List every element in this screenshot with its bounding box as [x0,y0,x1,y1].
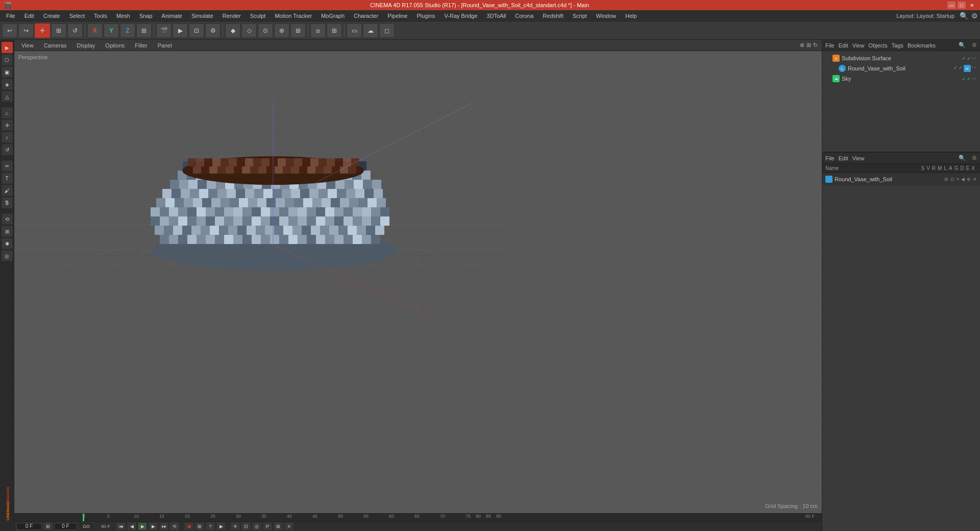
menu-window[interactable]: Window [592,12,620,20]
tl-go-button[interactable]: GO [79,522,94,530]
undo-button[interactable]: ↩ [2,23,17,38]
prev-frame-button[interactable]: ◀ [127,522,136,530]
timeline-ruler[interactable]: 0 5 10 15 20 25 30 35 40 45 50 55 60 65 … [14,514,822,522]
mat-ctrl-2[interactable]: ⊡ [950,177,954,182]
tl-extra-4[interactable]: P [263,522,272,530]
mat-item-vase[interactable]: Round_Vase_with_Soil ⊞ ⊡ ≡ ◀ ⊕ ✕ [822,173,980,185]
obj-menu-bookmarks[interactable]: Bookmarks [908,42,936,49]
obj-menu-objects[interactable]: Objects [868,42,887,49]
menu-mesh[interactable]: Mesh [112,12,134,20]
key-sel-button[interactable]: ? [206,522,215,530]
auto-key-button[interactable]: ⊞ [195,522,204,530]
menu-script[interactable]: Script [569,12,591,20]
viewport-icon-3[interactable]: ↻ [813,42,818,49]
obj-sky-visible[interactable]: ✓ [962,76,966,82]
maximize-button[interactable]: □ [958,2,966,9]
next-frame-button[interactable]: ▶ [149,522,158,530]
sky-button[interactable]: ☁ [363,23,378,38]
display-tab[interactable]: Display [74,41,98,50]
menu-select[interactable]: Select [65,12,89,20]
scale-tool-button[interactable]: ↕ [2,132,13,143]
menu-vray[interactable]: V-Ray Bridge [440,12,482,20]
cameras-tab[interactable]: Cameras [41,41,70,50]
render-settings-button[interactable]: ⚙ [205,23,220,38]
mat-menu-file[interactable]: File [825,155,835,161]
tl-extra-6[interactable]: ≡ [284,522,293,530]
mesh-button[interactable]: ▣ [2,66,13,78]
smart-sel-button[interactable]: ◎ [2,250,13,261]
live-select-button[interactable]: ⌂ [2,107,13,118]
tl-start-button[interactable]: ⊞ [43,522,53,530]
paint-button[interactable]: 🖌 [2,185,13,196]
settings-icon[interactable]: ⚙ [971,12,978,20]
poly-pen-button[interactable]: △ [2,91,13,102]
model-button[interactable]: ⬡ [2,54,13,65]
viewport-icon-2[interactable]: ⊞ [806,42,811,49]
viewport-shading-5[interactable]: ⊞ [290,23,306,38]
go-end-button[interactable]: ⏭ [159,522,168,530]
menu-tools[interactable]: Tools [90,12,111,20]
move-tool-button[interactable]: ✛ [2,119,13,131]
render-region-button[interactable]: 🎬 [156,23,172,38]
play-button[interactable]: ▶ [138,522,147,530]
loop-sel-button[interactable]: ⟲ [2,213,13,225]
tl-extra-2[interactable]: ⊡ [241,522,251,530]
menu-help[interactable]: Help [621,12,641,20]
viewport-shading-4[interactable]: ⊕ [274,23,289,38]
x-axis-button[interactable]: X [87,23,103,38]
close-button[interactable]: ✕ [968,2,976,9]
menu-render[interactable]: Render [218,12,245,20]
z-axis-button[interactable]: Z [120,23,135,38]
obj-vase-visible[interactable]: ✓ [953,65,958,72]
axis-mode-button[interactable]: ⊞ [136,23,152,38]
mat-settings-icon[interactable]: ⚙ [972,155,977,161]
mat-ctrl-6[interactable]: ✕ [973,177,977,182]
go-start-button[interactable]: ⏮ [116,522,126,530]
menu-corona[interactable]: Corona [511,12,537,20]
viewport-icon-1[interactable]: ⊕ [800,42,804,49]
render-button[interactable]: ▶ [173,23,188,38]
filter-tab[interactable]: Filter [132,41,150,50]
mat-menu-edit[interactable]: Edit [839,155,848,161]
sculpt-tool-button[interactable]: ◈ [2,79,13,90]
s-button[interactable]: S [2,197,13,208]
mat-menu-view[interactable]: View [852,155,865,161]
obj-item-subdivision[interactable]: S Subdivision Surface ✓ ✓ • • [824,53,978,63]
obj-sky-render[interactable]: ✓ [967,76,971,82]
menu-sculpt[interactable]: Sculpt [246,12,270,20]
menu-motion-tracker[interactable]: Motion Tracker [271,12,316,20]
obj-item-vase[interactable]: L Round_Vase_with_Soil ✓ ✓ M • • [824,63,978,74]
menu-plugins[interactable]: Plugins [412,12,439,20]
text-tool-button[interactable]: T [2,173,13,184]
view-tab[interactable]: View [18,41,37,50]
menu-create[interactable]: Create [39,12,64,20]
bg-button[interactable]: ◻ [379,23,395,38]
render-to-po-button[interactable]: ⊡ [189,23,204,38]
menu-3dtoall[interactable]: 3DToAll [482,12,510,20]
mat-search-icon[interactable]: 🔍 [959,155,966,161]
tl-extra-3[interactable]: ◎ [252,522,261,530]
frame-range-start[interactable] [54,523,77,530]
viewport-shading-1[interactable]: ◆ [225,23,240,38]
obj-visible-check[interactable]: ✓ [962,56,966,61]
menu-animate[interactable]: Animate [158,12,186,20]
current-frame-input[interactable] [16,523,42,530]
menu-edit[interactable]: Edit [20,12,38,20]
obj-item-sky[interactable]: ☁ Sky ✓ ✓ • • [824,74,978,84]
fill-sel-button[interactable]: ✱ [2,238,13,249]
y-axis-button[interactable]: Y [104,23,119,38]
play-all-button[interactable]: ▶ [216,522,226,530]
rotate-button[interactable]: ↺ [67,23,83,38]
menu-mograph[interactable]: MoGraph [317,12,349,20]
move-button[interactable]: ✛ [35,23,50,38]
menu-snap[interactable]: Snap [135,12,157,20]
scale-button[interactable]: ⊞ [51,23,66,38]
mat-ctrl-4[interactable]: ◀ [961,177,965,182]
window-controls[interactable]: — □ ✕ [947,2,976,9]
minimize-button[interactable]: — [947,2,955,9]
floor-button[interactable]: ▭ [347,23,362,38]
obj-menu-file[interactable]: File [825,42,835,49]
obj-menu-edit[interactable]: Edit [839,42,848,49]
options-tab[interactable]: Options [102,41,128,50]
obj-settings-icon[interactable]: ⚙ [972,42,977,49]
